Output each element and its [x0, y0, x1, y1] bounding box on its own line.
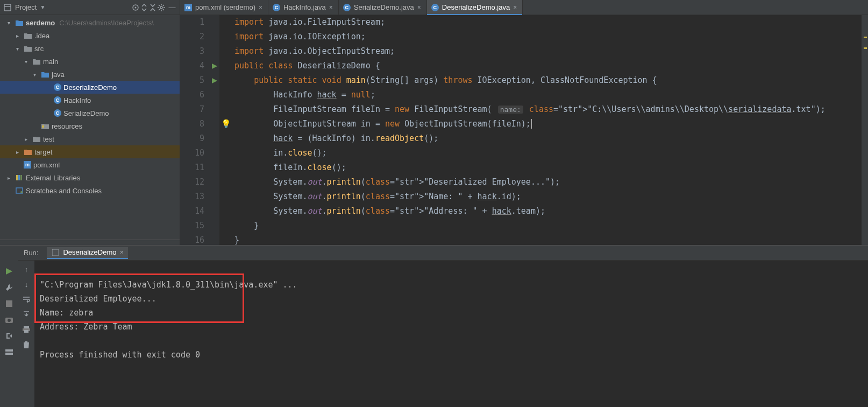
- svg-rect-13: [42, 125, 44, 128]
- module-name: serdemo: [26, 19, 55, 27]
- collapse-all-icon[interactable]: [148, 3, 157, 12]
- svg-rect-27: [24, 330, 29, 333]
- run-tool-window: Run: DeserializeDemo × ↑ ↓: [0, 245, 868, 407]
- java-class-icon: C: [54, 109, 61, 117]
- splitter[interactable]: [0, 240, 180, 245]
- close-icon[interactable]: ×: [259, 4, 262, 11]
- line-number-gutter: 12345678 910111213141516: [180, 15, 210, 245]
- svg-line-9: [159, 5, 160, 6]
- scroll-to-end-icon[interactable]: [21, 309, 32, 320]
- tree-node-pom[interactable]: m pom.xml: [0, 158, 180, 171]
- soft-wrap-icon[interactable]: [21, 294, 32, 305]
- svg-rect-22: [5, 349, 13, 352]
- project-tree[interactable]: ▾ serdemo C:\Users\admins\IdeaProjects\ …: [0, 15, 180, 240]
- tree-node-idea[interactable]: ▸ .idea: [0, 29, 180, 42]
- tab-hackinfo[interactable]: C HackInfo.java ×: [268, 0, 339, 15]
- svg-rect-15: [18, 175, 20, 180]
- close-icon[interactable]: ×: [513, 4, 517, 11]
- run-config-icon: [51, 248, 60, 257]
- svg-rect-0: [4, 4, 11, 11]
- run-gutter: [210, 15, 219, 245]
- svg-point-3: [135, 6, 137, 8]
- run-class-icon[interactable]: [212, 59, 217, 73]
- up-arrow-icon[interactable]: ↑: [21, 264, 32, 275]
- console-cmd: "C:\Program Files\Java\jdk1.8.0_311\bin\…: [40, 280, 297, 290]
- run-left-toolbar: [0, 245, 18, 407]
- svg-rect-25: [24, 326, 29, 328]
- svg-point-18: [20, 191, 23, 193]
- excluded-folder-icon: [24, 148, 32, 156]
- tree-node-src[interactable]: ▾ src: [0, 42, 180, 55]
- src-folder-icon: [41, 70, 49, 79]
- tree-node-main[interactable]: ▾ main: [0, 55, 180, 68]
- hide-panel-icon[interactable]: —: [168, 3, 176, 12]
- exit-icon[interactable]: [4, 331, 15, 341]
- console-output[interactable]: "C:\Program Files\Java\jdk1.8.0_311\bin\…: [34, 261, 868, 407]
- layout-icon[interactable]: [4, 347, 15, 357]
- maven-pom-icon: m: [24, 161, 31, 169]
- down-arrow-icon[interactable]: ↓: [21, 279, 32, 290]
- maven-pom-icon: m: [184, 4, 192, 11]
- svg-rect-24: [52, 249, 59, 256]
- svg-point-21: [8, 319, 11, 322]
- project-title[interactable]: Project: [15, 3, 37, 11]
- svg-rect-19: [6, 300, 12, 307]
- resources-folder-icon: [41, 122, 49, 130]
- run-header: Run: DeserializeDemo ×: [18, 245, 868, 261]
- tree-node-external-libs[interactable]: ▸ External Libraries: [0, 171, 180, 184]
- module-path: C:\Users\admins\IdeaProjects\: [59, 19, 154, 27]
- svg-rect-23: [5, 353, 13, 355]
- locate-icon[interactable]: [131, 3, 140, 12]
- tree-node-java[interactable]: ▾ java: [0, 68, 180, 81]
- expand-all-icon[interactable]: [140, 3, 148, 12]
- trash-icon[interactable]: [21, 339, 32, 350]
- tree-node-class-deserialize[interactable]: C DeserializeDemo: [0, 81, 180, 94]
- console-exit: Process finished with exit code 0: [40, 350, 200, 360]
- tree-node-class-hackinfo[interactable]: C HackInfo: [0, 94, 180, 107]
- console-toolbar: ↑ ↓: [18, 261, 34, 407]
- folder-icon: [24, 44, 32, 53]
- close-icon[interactable]: ×: [329, 4, 333, 11]
- wrench-icon[interactable]: [4, 282, 15, 293]
- java-class-icon: C: [54, 83, 61, 91]
- module-icon: [15, 18, 24, 27]
- stop-icon[interactable]: [4, 298, 15, 309]
- scratches-icon: [15, 186, 24, 195]
- settings-gear-icon[interactable]: [157, 3, 166, 12]
- svg-rect-14: [16, 175, 18, 180]
- folder-icon: [32, 57, 41, 66]
- close-icon[interactable]: ×: [119, 248, 124, 256]
- run-label: Run:: [19, 249, 42, 257]
- tree-node-resources[interactable]: resources: [0, 120, 180, 132]
- code-body[interactable]: import java.io.FileInputStream;import ja…: [232, 15, 862, 245]
- light-bulb-icon[interactable]: 💡: [221, 117, 231, 131]
- code-editor[interactable]: 12345678 910111213141516 💡: [180, 15, 868, 245]
- run-tab[interactable]: DeserializeDemo ×: [47, 247, 128, 259]
- print-icon[interactable]: [21, 324, 32, 335]
- tree-node-scratches[interactable]: Scratches and Consoles: [0, 184, 180, 197]
- tree-node-class-serialize[interactable]: C SerializeDemo: [0, 107, 180, 120]
- java-class-icon: C: [431, 4, 439, 11]
- rerun-icon[interactable]: [4, 266, 15, 277]
- tab-deserialize[interactable]: C DeserializeDemo.java ×: [427, 0, 523, 15]
- tab-pom[interactable]: m pom.xml (serdemo) ×: [180, 0, 268, 15]
- close-icon[interactable]: ×: [417, 4, 421, 11]
- java-class-icon: C: [273, 4, 280, 11]
- folder-icon: [24, 31, 32, 40]
- svg-line-11: [159, 9, 160, 10]
- svg-rect-16: [20, 175, 22, 180]
- editor-scrollbar[interactable]: [862, 15, 868, 245]
- tree-node-test[interactable]: ▸ test: [0, 132, 180, 145]
- tree-node-project-root[interactable]: ▾ serdemo C:\Users\admins\IdeaProjects\: [0, 16, 180, 29]
- java-class-icon: C: [54, 96, 61, 104]
- tab-serialize[interactable]: C SerializeDemo.java ×: [339, 0, 427, 15]
- editor-tabs: m pom.xml (serdemo) × C HackInfo.java × …: [180, 0, 868, 15]
- run-main-icon[interactable]: [212, 73, 217, 88]
- editor-area: m pom.xml (serdemo) × C HackInfo.java × …: [180, 0, 868, 245]
- console-line: Address: Zebra Team: [40, 322, 132, 332]
- console-line: Deserialized Employee...: [40, 294, 156, 304]
- camera-icon[interactable]: [4, 314, 15, 325]
- svg-line-12: [163, 5, 164, 6]
- project-header: Project ▼ —: [0, 0, 180, 15]
- tree-node-target[interactable]: ▸ target: [0, 145, 180, 158]
